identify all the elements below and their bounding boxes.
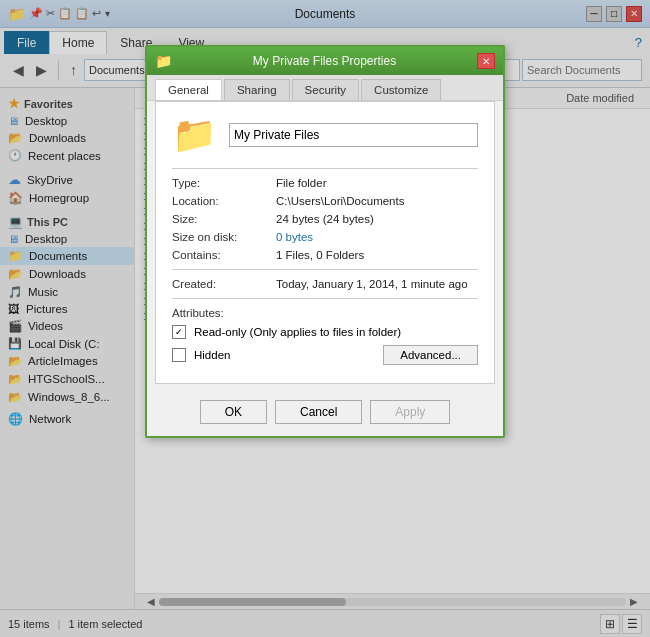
- properties-dialog: 📁 My Private Files Properties ✕ General …: [145, 45, 505, 438]
- attr-hidden-row: Hidden Advanced...: [172, 345, 478, 365]
- ok-button[interactable]: OK: [200, 400, 267, 424]
- readonly-checkbox[interactable]: ✓: [172, 325, 186, 339]
- prop-size: Size: 24 bytes (24 bytes): [172, 213, 478, 225]
- prop-type: Type: File folder: [172, 177, 478, 189]
- divider-top: [172, 168, 478, 169]
- modal-title-bar: 📁 My Private Files Properties ✕: [147, 47, 503, 75]
- tab-sharing[interactable]: Sharing: [224, 79, 290, 100]
- prop-contains: Contains: 1 Files, 0 Folders: [172, 249, 478, 261]
- cancel-button[interactable]: Cancel: [275, 400, 362, 424]
- modal-folder-icon: 📁: [172, 114, 217, 156]
- prop-size-on-disk: Size on disk: 0 bytes: [172, 231, 478, 243]
- prop-created: Created: Today, January 1, 2014, 1 minut…: [172, 278, 478, 290]
- apply-button[interactable]: Apply: [370, 400, 450, 424]
- hidden-checkbox[interactable]: [172, 348, 186, 362]
- advanced-button[interactable]: Advanced...: [383, 345, 478, 365]
- modal-footer: OK Cancel Apply: [147, 392, 503, 436]
- divider-bottom: [172, 298, 478, 299]
- tab-general[interactable]: General: [155, 79, 222, 100]
- modal-tabs: General Sharing Security Customize: [147, 75, 503, 101]
- modal-title: My Private Files Properties: [172, 54, 477, 68]
- attr-row-label: Attributes:: [172, 307, 478, 319]
- attr-readonly-row: ✓ Read-only (Only applies to files in fo…: [172, 325, 478, 339]
- folder-name-input[interactable]: [229, 123, 478, 147]
- tab-customize[interactable]: Customize: [361, 79, 441, 100]
- modal-overlay: 📁 My Private Files Properties ✕ General …: [0, 0, 650, 637]
- attributes-section: Attributes: ✓ Read-only (Only applies to…: [172, 307, 478, 365]
- prop-location: Location: C:\Users\Lori\Documents: [172, 195, 478, 207]
- modal-top-section: 📁: [172, 114, 478, 156]
- tab-security[interactable]: Security: [292, 79, 360, 100]
- modal-folder-icon-title: 📁: [155, 53, 172, 69]
- modal-body: 📁 Type: File folder Location: C:\Users\L…: [155, 101, 495, 384]
- divider-middle: [172, 269, 478, 270]
- modal-close-button[interactable]: ✕: [477, 53, 495, 69]
